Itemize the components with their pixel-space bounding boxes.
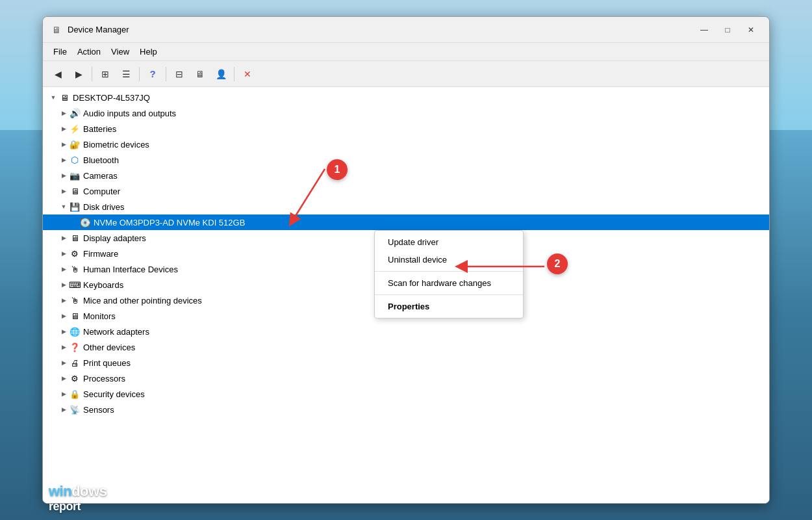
print-label: Print queues bbox=[83, 358, 131, 368]
print-expand-icon[interactable]: ▶ bbox=[58, 358, 69, 368]
print-icon: 🖨 bbox=[69, 357, 81, 369]
update-driver-button[interactable]: 🖥 bbox=[190, 65, 210, 83]
other-icon: ❓ bbox=[69, 341, 81, 353]
tree-root[interactable]: ▼ 🖥 DESKTOP-4L537JQ bbox=[43, 90, 769, 105]
help-button[interactable]: ? bbox=[143, 65, 162, 83]
content-area: ▼ 🖥 DESKTOP-4L537JQ ▶ 🔊 Audio inputs and… bbox=[43, 87, 769, 503]
forward-button[interactable]: ▶ bbox=[69, 65, 88, 83]
nvme-label: NVMe OM3PDP3-AD NVMe KDI 512GB bbox=[94, 218, 245, 228]
toolbar-separator-2 bbox=[139, 67, 140, 81]
ctx-uninstall-device[interactable]: Uninstall device bbox=[375, 251, 523, 268]
sensors-label: Sensors bbox=[83, 405, 114, 415]
batteries-icon: ⚡ bbox=[69, 123, 81, 135]
computer-node-icon: 🖥 bbox=[69, 185, 81, 197]
add-device-button[interactable]: 👤 bbox=[211, 65, 231, 83]
ctx-update-driver[interactable]: Update driver bbox=[375, 233, 523, 251]
menu-view[interactable]: View bbox=[106, 45, 134, 58]
hid-icon: 🖱 bbox=[69, 263, 81, 275]
device-manager-window: 🖥 Device Manager — □ ✕ File Action View … bbox=[42, 16, 770, 504]
tree-other-devices[interactable]: ▶ ❓ Other devices bbox=[43, 339, 769, 355]
disk-label: Disk drives bbox=[83, 202, 125, 212]
properties-button[interactable]: ⊟ bbox=[170, 65, 189, 83]
tree-processors[interactable]: ▶ ⚙ Processors bbox=[43, 370, 769, 386]
display-expand-icon[interactable]: ▶ bbox=[58, 233, 69, 243]
menu-action[interactable]: Action bbox=[72, 45, 106, 58]
audio-label: Audio inputs and outputs bbox=[83, 109, 176, 118]
hid-expand-icon[interactable]: ▶ bbox=[58, 264, 69, 274]
sensors-expand-icon[interactable]: ▶ bbox=[58, 404, 69, 415]
display-icon: 🖥 bbox=[69, 232, 81, 244]
list-view-button[interactable]: ☰ bbox=[116, 65, 136, 83]
processors-expand-icon[interactable]: ▶ bbox=[58, 373, 69, 384]
cameras-icon: 📷 bbox=[69, 170, 81, 181]
maximize-button[interactable]: □ bbox=[717, 22, 738, 38]
toolbar-separator-4 bbox=[234, 67, 235, 81]
disk-expand-icon[interactable]: ▼ bbox=[58, 202, 69, 212]
menu-file[interactable]: File bbox=[48, 45, 72, 58]
watermark: windows report bbox=[49, 483, 107, 514]
sensors-icon: 📡 bbox=[69, 404, 81, 415]
other-expand-icon[interactable]: ▶ bbox=[58, 342, 69, 352]
computer-expand-icon[interactable]: ▶ bbox=[58, 186, 69, 196]
keyboards-label: Keyboards bbox=[83, 280, 123, 290]
nvme-icon: 💽 bbox=[79, 216, 91, 228]
root-label: DESKTOP-4L537JQ bbox=[73, 93, 150, 103]
root-expand-icon[interactable]: ▼ bbox=[48, 92, 58, 103]
monitors-label: Monitors bbox=[83, 311, 116, 321]
firmware-icon: ⚙ bbox=[69, 248, 81, 259]
display-label: Display adapters bbox=[83, 233, 146, 243]
tree-nvme-drive[interactable]: 💽 NVMe OM3PDP3-AD NVMe KDI 512GB bbox=[43, 214, 769, 230]
menu-help[interactable]: Help bbox=[134, 45, 162, 58]
tree-security[interactable]: ▶ 🔒 Security devices bbox=[43, 386, 769, 402]
tree-computer[interactable]: ▶ 🖥 Computer bbox=[43, 183, 769, 199]
security-icon: 🔒 bbox=[69, 388, 81, 400]
back-button[interactable]: ◀ bbox=[48, 65, 68, 83]
network-expand-icon[interactable]: ▶ bbox=[58, 326, 69, 337]
audio-icon: 🔊 bbox=[69, 107, 81, 119]
remove-button[interactable]: ✕ bbox=[238, 65, 257, 83]
tree-network[interactable]: ▶ 🌐 Network adapters bbox=[43, 324, 769, 339]
firmware-label: Firmware bbox=[83, 249, 118, 259]
nvme-expand-icon bbox=[69, 217, 79, 228]
cameras-label: Cameras bbox=[83, 171, 118, 181]
grid-view-button[interactable]: ⊞ bbox=[95, 65, 115, 83]
ctx-separator-2 bbox=[375, 294, 523, 295]
hid-label: Human Interface Devices bbox=[83, 265, 178, 274]
ctx-properties[interactable]: Properties bbox=[375, 298, 523, 315]
batteries-expand-icon[interactable]: ▶ bbox=[58, 124, 69, 134]
keyboards-expand-icon[interactable]: ▶ bbox=[58, 280, 69, 290]
context-menu: Update driver Uninstall device Scan for … bbox=[374, 230, 524, 318]
bluetooth-expand-icon[interactable]: ▶ bbox=[58, 155, 69, 165]
toolbar-separator-1 bbox=[92, 67, 92, 81]
annotation-bubble-2: 2 bbox=[547, 254, 568, 274]
disk-icon: 💾 bbox=[69, 201, 81, 213]
close-button[interactable]: ✕ bbox=[741, 22, 761, 38]
monitors-expand-icon[interactable]: ▶ bbox=[58, 311, 69, 321]
tree-sensors[interactable]: ▶ 📡 Sensors bbox=[43, 402, 769, 417]
other-label: Other devices bbox=[83, 343, 135, 352]
mice-expand-icon[interactable]: ▶ bbox=[58, 295, 69, 306]
tree-cameras[interactable]: ▶ 📷 Cameras bbox=[43, 168, 769, 183]
processors-icon: ⚙ bbox=[69, 372, 81, 384]
cameras-expand-icon[interactable]: ▶ bbox=[58, 170, 69, 181]
bluetooth-label: Bluetooth bbox=[83, 155, 119, 165]
biometric-label: Biometric devices bbox=[83, 140, 149, 150]
ctx-scan-hardware[interactable]: Scan for hardware changes bbox=[375, 274, 523, 292]
tree-bluetooth[interactable]: ▶ ⬡ Bluetooth bbox=[43, 152, 769, 168]
monitors-icon: 🖥 bbox=[69, 310, 81, 322]
mice-label: Mice and other pointing devices bbox=[83, 296, 202, 306]
bluetooth-icon: ⬡ bbox=[69, 154, 81, 166]
minimize-button[interactable]: — bbox=[694, 22, 715, 38]
firmware-expand-icon[interactable]: ▶ bbox=[58, 248, 69, 259]
app-icon: 🖥 bbox=[51, 24, 62, 36]
tree-audio[interactable]: ▶ 🔊 Audio inputs and outputs bbox=[43, 105, 769, 121]
tree-biometric[interactable]: ▶ 🔐 Biometric devices bbox=[43, 136, 769, 152]
biometric-expand-icon[interactable]: ▶ bbox=[58, 139, 69, 150]
tree-batteries[interactable]: ▶ ⚡ Batteries bbox=[43, 121, 769, 136]
security-expand-icon[interactable]: ▶ bbox=[58, 389, 69, 399]
audio-expand-icon[interactable]: ▶ bbox=[58, 108, 69, 118]
tree-print[interactable]: ▶ 🖨 Print queues bbox=[43, 355, 769, 370]
batteries-label: Batteries bbox=[83, 124, 116, 134]
processors-label: Processors bbox=[83, 374, 125, 384]
tree-disk-drives[interactable]: ▼ 💾 Disk drives bbox=[43, 199, 769, 214]
